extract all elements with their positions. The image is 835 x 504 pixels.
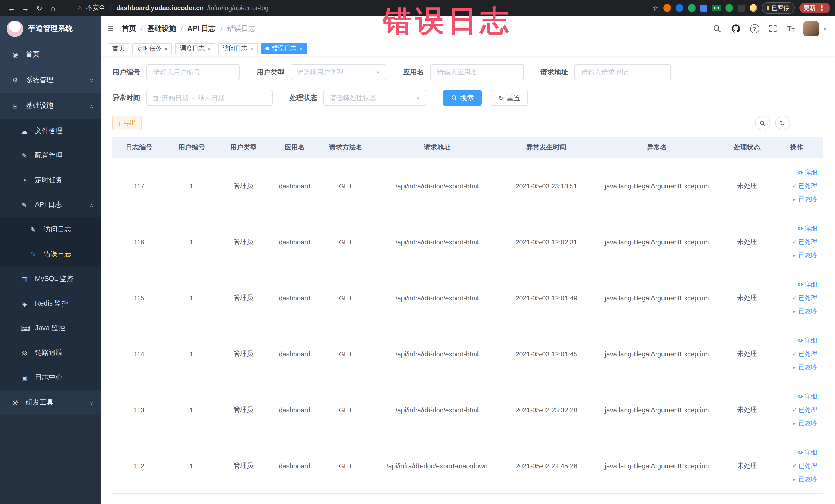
breadcrumb-item[interactable]: 首页 [122, 24, 136, 33]
refresh-button[interactable]: ↻ [775, 116, 790, 130]
process-status-select[interactable]: 请选择处理状态 ∨ [323, 90, 426, 106]
breadcrumb-separator: / [181, 24, 183, 33]
app-name-input[interactable] [436, 68, 517, 77]
ignored-link[interactable]: ✓已忽略 [792, 251, 817, 260]
sidebar-item-file[interactable]: ☁ 文件管理 [0, 119, 101, 143]
tab-job[interactable]: 定时任务 × [133, 43, 172, 54]
tab-label: 首页 [113, 44, 125, 53]
close-icon[interactable]: × [164, 45, 168, 52]
extension-on-badge[interactable]: on [712, 5, 721, 11]
detail-link[interactable]: 详细 [797, 336, 817, 345]
avatar-caret-icon[interactable]: ∨ [823, 26, 827, 31]
extension-icon[interactable] [688, 4, 696, 12]
date-range-picker[interactable]: ▦ 开始日期 - 结束日期 [146, 90, 272, 106]
sidebar-item-home[interactable]: ◉ 首页 [0, 42, 101, 67]
close-icon[interactable]: × [299, 45, 302, 52]
ignored-link[interactable]: ✓已忽略 [792, 475, 817, 483]
cell-status: 未处理 [724, 438, 771, 494]
detail-link[interactable]: 详细 [797, 448, 817, 457]
extension-pin-icon[interactable] [738, 4, 745, 12]
tab-job-log[interactable]: 调度日志 × [175, 43, 215, 54]
close-icon[interactable]: × [207, 45, 210, 52]
sidebar-item-dev-tools[interactable]: ⚒ 研发工具 ∨ [0, 390, 101, 416]
cell-exception: java.lang.IllegalArgumentException [590, 270, 723, 326]
forward-icon[interactable]: → [19, 2, 32, 14]
sidebar-item-config[interactable]: ✎ 配置管理 [0, 143, 101, 168]
processed-link[interactable]: ✓已处理 [792, 182, 817, 190]
breadcrumb-item[interactable]: 基础设施 [147, 24, 176, 33]
breadcrumb: 首页 / 基础设施 / API 日志 / 错误日志 [122, 24, 256, 33]
sidebar-item-access-log[interactable]: ✎ 访问日志 [0, 217, 101, 242]
search-icon[interactable] [712, 23, 722, 34]
search-button[interactable]: 搜索 [443, 90, 482, 106]
extension-icon[interactable] [676, 4, 684, 12]
tab-home[interactable]: 首页 [108, 43, 129, 54]
cell-user-id: 1 [166, 382, 218, 438]
sidebar-item-infra[interactable]: ⊞ 基础设施 ∧ [0, 93, 101, 119]
sidebar-item-trace[interactable]: ◎ 链路追踪 [0, 340, 101, 365]
bookmark-star-icon[interactable]: ☆ [652, 4, 659, 12]
ignored-link[interactable]: ✓已忽略 [792, 419, 817, 427]
reset-button[interactable]: ↻ 重置 [491, 90, 528, 106]
processed-link[interactable]: ✓已处理 [792, 294, 817, 302]
col-user-id: 用户编号 [166, 137, 218, 158]
reload-icon[interactable]: ↻ [33, 2, 46, 14]
home-icon[interactable]: ⌂ [47, 2, 60, 14]
hamburger-icon[interactable]: ≡ [108, 23, 114, 34]
export-button[interactable]: ↓ 导出 [113, 116, 142, 130]
close-icon[interactable]: × [250, 45, 253, 52]
processed-link[interactable]: ✓已处理 [792, 349, 817, 358]
detail-link[interactable]: 详细 [797, 280, 817, 289]
cell-exception: java.lang.IllegalArgumentException [590, 158, 723, 214]
ignored-link[interactable]: ✓已忽略 [792, 307, 817, 316]
extension-icon[interactable] [726, 4, 733, 12]
tab-error-log[interactable]: 错误日志 × [261, 43, 307, 54]
ignored-link[interactable]: ✓已忽略 [792, 363, 817, 371]
extension-icon[interactable] [664, 4, 671, 12]
sidebar-item-java[interactable]: ⌨ Java 监控 [0, 316, 101, 340]
update-chip[interactable]: 更新 ⋮ [799, 3, 830, 13]
cell-log-id: 114 [113, 326, 166, 382]
sidebar-item-job[interactable]: ◔ 定时任务 [0, 168, 101, 193]
font-size-icon[interactable]: TT [787, 24, 795, 33]
detail-link[interactable]: 详细 [797, 392, 817, 401]
cell-app: dashboard [269, 214, 320, 270]
tab-access-log[interactable]: 访问日志 × [218, 43, 258, 54]
sidebar-item-redis[interactable]: ◈ Redis 监控 [0, 291, 101, 316]
address-bar[interactable]: ⚠ 不安全 | dashboard.yudao.iocoder.cn/infra… [77, 4, 645, 12]
sidebar-item-error-log[interactable]: ✎ 错误日志 [0, 242, 101, 266]
paused-chip[interactable]: ‖ 已暂停 [762, 2, 794, 14]
processed-link[interactable]: ✓已处理 [792, 461, 817, 470]
github-icon[interactable] [731, 23, 741, 34]
fullscreen-icon[interactable] [768, 23, 778, 34]
back-icon[interactable]: ← [5, 2, 18, 14]
chevron-down-icon: ∨ [376, 69, 380, 75]
user-type-select[interactable]: 请选择用户类型 ∨ [290, 64, 386, 80]
sidebar-item-label: 日志中心 [35, 373, 63, 382]
request-url-input[interactable] [581, 68, 665, 77]
sidebar-item-system[interactable]: ⚙ 系统管理 ∨ [0, 67, 101, 93]
cell-user-id: 1 [166, 326, 218, 382]
app-logo[interactable]: 芋道管理系统 [0, 16, 101, 42]
sidebar-item-mysql[interactable]: ▥ MySQL 监控 [0, 266, 101, 291]
user-avatar[interactable] [803, 21, 819, 36]
search-toggle-button[interactable] [755, 116, 770, 130]
filter-app-name: 应用名 [403, 64, 523, 80]
cell-url: /api/infra/db-doc/export-html [372, 382, 502, 438]
sidebar-item-api-log[interactable]: ✎ API 日志 ∧ [0, 193, 101, 217]
breadcrumb-item[interactable]: API 日志 [187, 24, 216, 33]
cell-url: /api/infra/db-doc/export-html [372, 326, 502, 382]
sidebar-item-log-center[interactable]: ▣ 日志中心 [0, 365, 101, 390]
ignored-link[interactable]: ✓已忽略 [792, 195, 817, 204]
processed-link[interactable]: ✓已处理 [792, 238, 817, 246]
help-icon[interactable]: ? [750, 24, 759, 33]
col-user-type: 用户类型 [218, 137, 269, 158]
detail-link[interactable]: 详细 [797, 168, 817, 177]
user-id-input[interactable] [152, 68, 233, 77]
profile-avatar[interactable] [750, 4, 757, 12]
extension-icon[interactable] [700, 4, 708, 12]
processed-link[interactable]: ✓已处理 [792, 405, 817, 414]
detail-link[interactable]: 详细 [797, 224, 817, 233]
active-dot [266, 47, 269, 50]
col-method: 请求方法名 [320, 137, 372, 158]
